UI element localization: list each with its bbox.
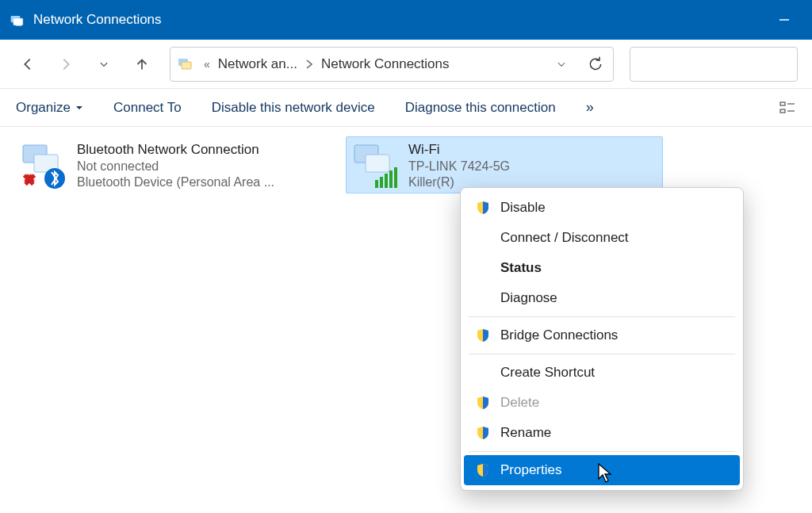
app-icon <box>10 12 25 28</box>
search-box[interactable] <box>630 47 798 82</box>
connect-to-button[interactable]: Connect To <box>113 100 182 116</box>
wifi-connection-icon <box>350 140 399 190</box>
svg-rect-4 <box>182 62 191 69</box>
titlebar: Network Connections <box>0 0 812 40</box>
ctx-disable[interactable]: Disable <box>464 193 740 223</box>
shield-icon <box>475 327 491 343</box>
breadcrumb-current[interactable]: Network Connections <box>321 56 450 72</box>
svg-rect-15 <box>380 177 383 188</box>
ctx-delete: Delete <box>464 388 740 418</box>
shield-icon <box>475 425 491 441</box>
forward-button[interactable] <box>52 51 79 78</box>
blank-icon <box>475 290 491 306</box>
separator <box>469 316 735 317</box>
up-button[interactable] <box>128 51 155 78</box>
minimize-button[interactable] <box>766 0 802 40</box>
window-title: Network Connections <box>33 12 162 28</box>
ctx-connect-disconnect[interactable]: Connect / Disconnect <box>464 223 740 253</box>
ctx-label: Bridge Connections <box>500 327 618 343</box>
context-menu: Disable Connect / Disconnect Status Diag… <box>460 187 744 491</box>
ctx-label: Properties <box>500 462 561 478</box>
connection-device: Bluetooth Device (Personal Area ... <box>77 175 274 190</box>
blank-icon <box>475 365 491 381</box>
separator <box>469 354 735 354</box>
svg-rect-6 <box>780 109 785 113</box>
nav-row: « Network an... Network Connections <box>0 40 812 89</box>
recent-locations-dropdown[interactable] <box>90 51 117 78</box>
ctx-label: Status <box>500 260 542 276</box>
ctx-label: Diagnose <box>500 290 557 306</box>
diagnose-connection-button[interactable]: Diagnose this connection <box>405 100 556 116</box>
breadcrumb-prefix: « <box>204 58 210 71</box>
ctx-rename[interactable]: Rename <box>464 418 740 448</box>
shield-icon <box>475 395 491 411</box>
svg-rect-5 <box>780 102 785 105</box>
refresh-button[interactable] <box>584 56 607 72</box>
location-icon <box>177 55 196 74</box>
ctx-label: Delete <box>500 395 539 411</box>
address-bar[interactable]: « Network an... Network Connections <box>170 47 614 82</box>
chevron-right-icon <box>305 59 313 70</box>
ctx-label: Rename <box>500 425 551 441</box>
view-options-button[interactable] <box>779 99 796 117</box>
connection-status: Not connected <box>77 159 274 174</box>
svg-rect-18 <box>394 167 397 188</box>
ctx-properties[interactable]: Properties <box>464 455 740 485</box>
shield-icon <box>475 462 491 478</box>
ctx-diagnose[interactable]: Diagnose <box>464 283 740 313</box>
ctx-create-shortcut[interactable]: Create Shortcut <box>464 358 740 388</box>
ctx-label: Disable <box>500 200 546 216</box>
command-bar: Organize Connect To Disable this network… <box>0 89 812 127</box>
blank-icon <box>475 260 491 276</box>
ctx-status[interactable]: Status <box>464 253 740 283</box>
ctx-label: Connect / Disconnect <box>500 230 629 246</box>
address-dropdown[interactable] <box>551 59 572 70</box>
connection-item-wifi[interactable]: Wi-Fi TP-LINK 7424-5G Killer(R) <box>346 136 663 193</box>
connection-name: Bluetooth Network Connection <box>77 142 274 158</box>
ctx-label: Create Shortcut <box>500 365 595 381</box>
organize-label: Organize <box>16 100 71 116</box>
dropdown-caret-icon <box>75 104 83 112</box>
svg-rect-1 <box>13 18 23 25</box>
connection-name: Wi-Fi <box>408 142 510 158</box>
separator <box>469 451 735 452</box>
back-button[interactable] <box>14 51 41 78</box>
ctx-bridge-connections[interactable]: Bridge Connections <box>464 320 740 350</box>
breadcrumb-parent[interactable]: Network an... <box>218 56 297 72</box>
svg-rect-17 <box>389 170 393 188</box>
connection-item-bluetooth[interactable]: Bluetooth Network Connection Not connect… <box>14 136 331 193</box>
svg-rect-14 <box>375 180 378 188</box>
shield-icon <box>475 200 491 216</box>
svg-rect-16 <box>385 174 388 188</box>
connection-status: TP-LINK 7424-5G <box>408 159 510 174</box>
overflow-menu[interactable]: » <box>586 99 596 116</box>
bluetooth-connection-icon <box>18 140 67 190</box>
organize-menu[interactable]: Organize <box>16 100 83 116</box>
blank-icon <box>475 230 491 246</box>
svg-rect-13 <box>366 155 389 172</box>
disable-device-button[interactable]: Disable this network device <box>212 100 375 116</box>
